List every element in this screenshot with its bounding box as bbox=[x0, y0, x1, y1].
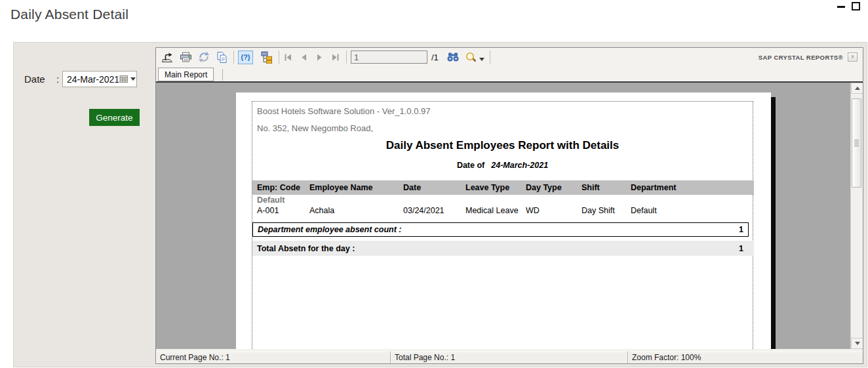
column-header: Date bbox=[403, 183, 465, 192]
last-page-button[interactable] bbox=[330, 49, 340, 65]
column-header: Employee Name bbox=[309, 183, 403, 192]
export-button[interactable] bbox=[161, 49, 174, 65]
viewer-statusbar: Current Page No.: 1 Total Page No.: 1 Zo… bbox=[156, 352, 863, 363]
department-count-row: Department employee absent count : 1 bbox=[252, 222, 749, 237]
cell-date: 03/24/2021 bbox=[403, 206, 465, 215]
scrollbar-grip bbox=[854, 140, 859, 146]
tab-main-report[interactable]: Main Report bbox=[158, 68, 214, 81]
print-button[interactable] bbox=[180, 49, 192, 65]
cell-employee-name: Achala bbox=[309, 206, 403, 215]
scroll-up-button[interactable] bbox=[851, 83, 863, 94]
cell-emp-code: A-001 bbox=[257, 206, 309, 215]
column-header: Day Type bbox=[526, 183, 582, 192]
last-page-icon bbox=[330, 53, 340, 62]
department-count-value: 1 bbox=[739, 225, 743, 234]
tab-separator bbox=[222, 69, 223, 81]
close-icon[interactable]: × bbox=[848, 52, 858, 62]
column-header: Department bbox=[631, 183, 754, 192]
first-page-button[interactable] bbox=[283, 49, 293, 65]
page-total-label: /1 bbox=[431, 52, 439, 62]
report-content: Boost Hotels Software Solution - Ver_1.0… bbox=[252, 101, 753, 349]
toolbar-separator bbox=[490, 51, 490, 64]
vertical-scrollbar[interactable] bbox=[850, 83, 863, 349]
refresh-icon bbox=[198, 51, 210, 63]
minimize-icon[interactable] bbox=[837, 6, 845, 8]
find-button[interactable] bbox=[446, 49, 460, 65]
report-date-of-value: 24-March-2021 bbox=[491, 161, 548, 170]
scrollbar-thumb[interactable] bbox=[852, 98, 861, 188]
triangle-up-icon bbox=[855, 87, 860, 90]
toolbar-separator bbox=[233, 51, 234, 64]
date-picker[interactable]: 24-Mar-2021 bbox=[62, 71, 137, 87]
zoom-dropdown-icon[interactable] bbox=[479, 58, 484, 61]
copy-icon bbox=[216, 51, 227, 64]
toggle-parameter-panel-button[interactable]: (?) bbox=[238, 51, 253, 64]
page-number-input[interactable] bbox=[351, 51, 427, 64]
total-absent-value: 1 bbox=[739, 244, 743, 253]
group-tree-button[interactable] bbox=[259, 49, 273, 65]
triangle-down-icon bbox=[855, 342, 860, 345]
viewer-toolbar: (?) bbox=[156, 48, 863, 66]
report-date-line: Date of24-March-2021 bbox=[252, 161, 753, 170]
total-absent-row: Total Absetn for the day : 1 bbox=[252, 241, 754, 256]
report-page: Boost Hotels Software Solution - Ver_1.0… bbox=[236, 92, 771, 349]
zoom-button[interactable] bbox=[465, 49, 477, 65]
column-header: Leave Type bbox=[465, 183, 526, 192]
date-colon: : bbox=[56, 73, 59, 85]
department-count-label: Department employee absent count : bbox=[258, 225, 739, 234]
copy-button[interactable] bbox=[216, 49, 227, 65]
cell-leave-type: Medical Leave bbox=[465, 206, 526, 215]
cell-shift: Day Shift bbox=[582, 206, 631, 215]
column-header: Emp: Code bbox=[257, 183, 309, 192]
maximize-icon[interactable] bbox=[852, 2, 860, 10]
total-absent-label: Total Absetn for the day : bbox=[257, 244, 739, 253]
refresh-button[interactable] bbox=[198, 49, 210, 65]
crystal-reports-brand: SAP CRYSTAL REPORTS® bbox=[759, 54, 843, 61]
date-value: 24-Mar-2021 bbox=[67, 74, 119, 85]
report-address-line: No. 352, New Negombo Road, bbox=[257, 123, 373, 133]
report-viewport: Boost Hotels Software Solution - Ver_1.0… bbox=[156, 81, 863, 349]
report-company-line: Boost Hotels Software Solution - Ver_1.0… bbox=[257, 106, 431, 116]
tab-strip: Main Report bbox=[156, 66, 863, 81]
group-label: Default bbox=[257, 195, 285, 205]
export-icon bbox=[161, 52, 174, 63]
group-tree-icon bbox=[259, 51, 273, 64]
cell-day-type: WD bbox=[526, 206, 582, 215]
column-header: Shift bbox=[582, 183, 631, 192]
previous-page-icon bbox=[299, 53, 309, 62]
find-icon bbox=[446, 52, 460, 62]
status-current-page: Current Page No.: 1 bbox=[156, 352, 391, 363]
next-page-icon bbox=[315, 53, 325, 62]
toolbar-separator bbox=[279, 51, 279, 64]
first-page-icon bbox=[283, 53, 293, 62]
status-total-page: Total Page No.: 1 bbox=[391, 352, 628, 363]
chevron-down-icon bbox=[130, 77, 136, 81]
report-title: Daily Absent Employees Report with Detai… bbox=[252, 139, 753, 152]
cell-department: Default bbox=[631, 206, 754, 215]
report-date-of-label: Date of bbox=[457, 161, 484, 170]
page-title: Daily Absent Detail bbox=[10, 7, 128, 22]
status-zoom-factor: Zoom Factor: 100% bbox=[628, 352, 863, 363]
calendar-icon bbox=[119, 75, 128, 83]
generate-button[interactable]: Generate bbox=[89, 109, 140, 126]
zoom-icon bbox=[465, 52, 477, 62]
next-page-button[interactable] bbox=[315, 49, 325, 65]
scroll-down-button[interactable] bbox=[851, 338, 863, 349]
date-dropdown-button[interactable] bbox=[119, 75, 136, 83]
crystal-report-viewer: (?) bbox=[155, 47, 863, 364]
table-row: A-001 Achala 03/24/2021 Medical Leave WD… bbox=[252, 205, 754, 216]
toolbar-separator bbox=[346, 51, 347, 64]
screen: Daily Absent Detail Date : 24-Mar-2021 G… bbox=[0, 0, 868, 368]
date-label: Date bbox=[24, 73, 45, 85]
print-icon bbox=[180, 52, 192, 62]
table-header-row: Emp: Code Employee Name Date Leave Type … bbox=[252, 180, 754, 195]
previous-page-button[interactable] bbox=[299, 49, 309, 65]
